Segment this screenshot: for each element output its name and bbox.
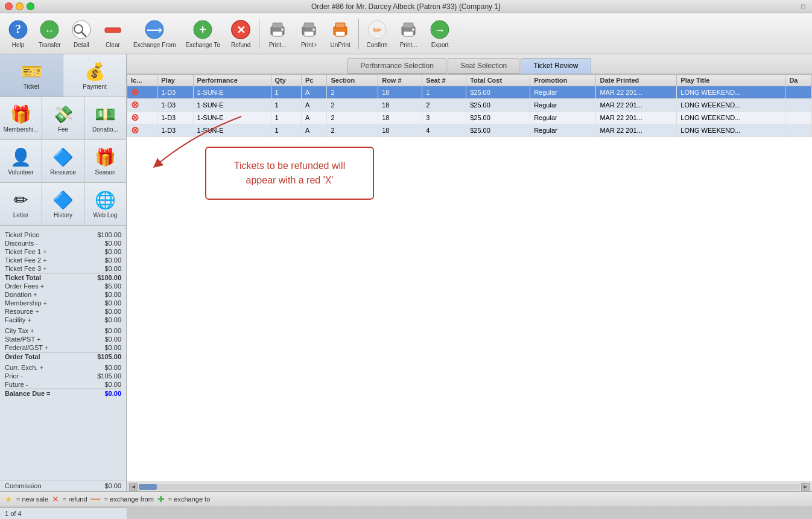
svg-rect-20 [304, 31, 314, 36]
ticket-price-row: Ticket Price $100.00 [5, 231, 121, 239]
tab-seat[interactable]: Seat Selection [448, 58, 519, 74]
window-title: Order #86 for Mr. Darcey Albeck (Patron … [311, 2, 501, 11]
maximize-button[interactable] [27, 2, 34, 10]
membership-row: Membership + $0.00 [5, 299, 121, 307]
confirm-label: Confirm [367, 42, 388, 48]
federal-gst-value: $0.00 [104, 344, 121, 351]
qty-cell: 1 [271, 86, 301, 99]
sidebar-item-resource[interactable]: 🔷 Resource [42, 140, 84, 182]
balance-due-label: Balance Due = [5, 390, 51, 397]
sidebar-item-history[interactable]: 🔷 History [42, 183, 84, 225]
scroll-right-button[interactable]: ▶ [801, 483, 810, 491]
unprint-button[interactable]: UnPrint [326, 16, 355, 51]
seat-num-cell: 3 [422, 112, 466, 124]
scroll-left-button[interactable]: ◀ [129, 483, 138, 491]
row-num-cell: 18 [378, 124, 422, 137]
city-tax-value: $0.00 [104, 327, 121, 334]
facility-row: Facility + $0.00 [5, 316, 121, 324]
help-button[interactable]: ? Help [4, 16, 33, 51]
svg-text:✏: ✏ [373, 24, 382, 36]
state-pst-row: State/PST + $0.00 [5, 335, 121, 343]
sidebar-item-payment[interactable]: 💰 Payment [63, 54, 126, 97]
export-icon: → [429, 19, 451, 40]
order-total-row: Order Total $105.00 [5, 352, 121, 361]
exchange-from-button[interactable]: ⟶ Exchange From [130, 16, 180, 51]
sidebar-item-ticket[interactable]: 🎫 Ticket [0, 54, 63, 97]
tab-ticket[interactable]: Ticket Review [521, 58, 591, 74]
col-da: Da [785, 75, 812, 86]
ticket-icon: 🎫 [21, 62, 42, 81]
membership-sum-value: $0.00 [104, 299, 121, 307]
order-fees-value: $5.00 [104, 282, 121, 290]
qty-cell: 1 [271, 112, 301, 124]
membership-icon: 🎁 [10, 104, 31, 124]
sidebar-item-volunteer[interactable]: 👤 Volunteer [0, 140, 42, 182]
da-cell [785, 99, 812, 112]
history-label: History [54, 212, 72, 218]
sidebar-item-season[interactable]: 🎁 Season [84, 140, 126, 182]
donation-label: Donation + [5, 291, 37, 298]
promotion-cell: Regular [530, 124, 596, 137]
col-play: Play [157, 75, 193, 86]
unprint-label: UnPrint [330, 42, 350, 48]
minimize-button[interactable] [16, 2, 24, 10]
curr-exch-row: Curr. Exch. + $0.00 [5, 363, 121, 372]
clear-button[interactable]: Clear [98, 16, 127, 51]
detail-button[interactable]: Detail [67, 16, 96, 51]
content-area: Performance Selection Seat Selection Tic… [127, 54, 812, 491]
scroll-track[interactable] [139, 484, 800, 490]
toolbar: ? Help ↔ Transfer Detail Clea [0, 13, 812, 54]
seat-num-cell: 1 [422, 86, 466, 99]
print-plus-button[interactable]: Print+ [294, 16, 323, 51]
resource-label: Resource [50, 169, 76, 176]
print2-icon [398, 19, 419, 40]
date-printed-cell: MAR 22 201... [596, 112, 677, 124]
svg-text:?: ? [15, 22, 21, 36]
sidebar-item-donation[interactable]: 💵 Donatio... [84, 97, 126, 139]
facility-label: Facility + [5, 316, 31, 323]
row-icon-cell: ⊗ [127, 86, 157, 99]
table-row[interactable]: ⊗1-D31-SUN-E1A2181$25.00RegularMAR 22 20… [127, 86, 812, 99]
window-controls[interactable] [5, 2, 34, 10]
sidebar-item-letter[interactable]: ✏ Letter [0, 183, 42, 225]
export-button[interactable]: → Export [425, 16, 454, 51]
scroll-thumb[interactable] [139, 484, 157, 490]
close-button[interactable] [5, 2, 13, 10]
city-tax-label: City Tax + [5, 327, 34, 334]
state-pst-value: $0.00 [104, 336, 121, 343]
order-fees-label: Order Fees + [5, 282, 44, 290]
horizontal-scrollbar[interactable]: ◀ ▶ [127, 482, 812, 491]
confirm-button[interactable]: ✏ Confirm [363, 16, 392, 51]
print-plus-icon [298, 19, 320, 40]
tab-performance[interactable]: Performance Selection [347, 58, 446, 74]
transfer-button[interactable]: ↔ Transfer [35, 16, 65, 51]
refund-button[interactable]: ✕ Refund [226, 16, 255, 51]
svg-text:→: → [434, 24, 445, 36]
sidebar-item-weblog[interactable]: 🌐 Web Log [84, 183, 126, 225]
table-row[interactable]: ⊗1-D31-SUN-E1A2184$25.00RegularMAR 22 20… [127, 124, 812, 137]
exchange-from-legend-icon: — [91, 494, 101, 505]
commission-label: Commission [5, 482, 42, 489]
table-row[interactable]: ⊗1-D31-SUN-E1A2183$25.00RegularMAR 22 20… [127, 112, 812, 124]
help-label: Help [12, 42, 25, 48]
sidebar-item-fee[interactable]: 💸 Fee [42, 97, 84, 139]
transfer-icon: ↔ [39, 19, 60, 40]
promotion-cell: Regular [530, 112, 596, 124]
prior-label: Prior - [5, 372, 23, 380]
performance-cell: 1-SUN-E [193, 86, 271, 99]
curr-exch-value: $0.00 [104, 364, 121, 371]
svg-rect-15 [273, 23, 282, 28]
discounts-value: $0.00 [104, 240, 121, 247]
total-cost-cell: $25.00 [466, 112, 530, 124]
print2-button[interactable]: Print... [394, 16, 423, 51]
print-button[interactable]: Print... [263, 16, 292, 51]
weblog-label: Web Log [94, 212, 118, 218]
exchange-to-button[interactable]: + Exchange To [182, 16, 224, 51]
sidebar-item-membership[interactable]: 🎁 Membershi... [0, 97, 42, 139]
table-row[interactable]: ⊗1-D31-SUN-E1A2182$25.00RegularMAR 22 20… [127, 99, 812, 112]
annotation-box: Tickets to be refunded will appear with … [205, 147, 374, 200]
seat-num-cell: 2 [422, 99, 466, 112]
promotion-cell: Regular [530, 86, 596, 99]
donation-icon: 💵 [95, 104, 116, 124]
ticket-total-value: $100.00 [97, 274, 121, 281]
